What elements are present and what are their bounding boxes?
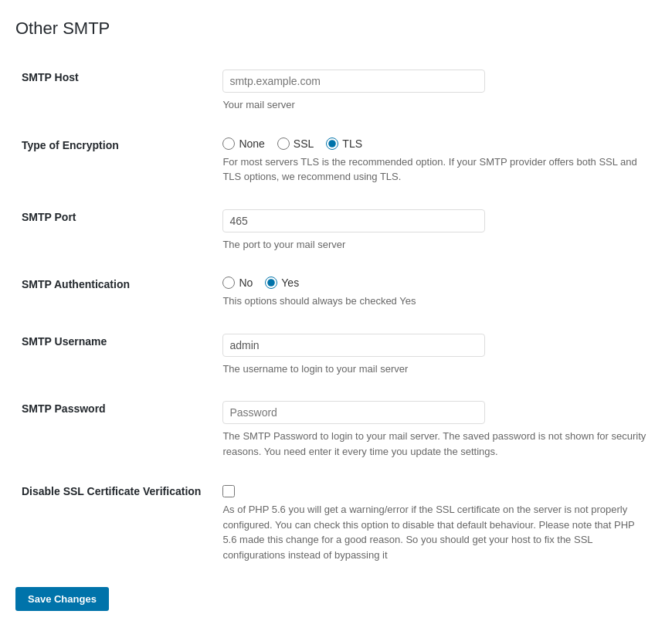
encryption-none-radio[interactable] xyxy=(222,137,235,150)
smtp-auth-no-option[interactable]: No xyxy=(222,277,253,289)
encryption-ssl-radio[interactable] xyxy=(277,137,290,150)
smtp-auth-description: This options should always be checked Ye… xyxy=(222,294,650,309)
encryption-tls-radio[interactable] xyxy=(326,137,338,150)
disable-ssl-checkbox[interactable] xyxy=(222,485,235,497)
encryption-ssl-option[interactable]: SSL xyxy=(277,137,314,150)
disable-ssl-row: Disable SSL Certificate Verification As … xyxy=(15,474,657,578)
settings-form: SMTP Host Your mail server Type of Encry… xyxy=(15,60,657,578)
smtp-password-input[interactable] xyxy=(222,401,485,424)
smtp-password-row: SMTP Password The SMTP Password to login… xyxy=(15,392,657,474)
smtp-auth-yes-label: Yes xyxy=(281,277,299,289)
smtp-username-row: SMTP Username The username to login to y… xyxy=(15,324,657,392)
smtp-host-description: Your mail server xyxy=(222,97,650,113)
smtp-port-input[interactable] xyxy=(222,209,485,232)
smtp-auth-radio-group: No Yes xyxy=(222,277,650,289)
smtp-username-field-cell: The username to login to your mail serve… xyxy=(207,324,657,392)
smtp-auth-no-label: No xyxy=(239,277,253,289)
disable-ssl-label: Disable SSL Certificate Verification xyxy=(15,474,207,578)
smtp-password-description: The SMTP Password to login to your mail … xyxy=(222,429,650,459)
smtp-auth-label: SMTP Authentication xyxy=(15,267,207,324)
smtp-username-description: The username to login to your mail serve… xyxy=(222,361,650,377)
smtp-auth-row: SMTP Authentication No Yes This options … xyxy=(15,267,657,324)
page-title: Other SMTP xyxy=(15,19,657,39)
disable-ssl-field-cell: As of PHP 5.6 you will get a warning/err… xyxy=(207,474,657,578)
smtp-password-field-cell: The SMTP Password to login to your mail … xyxy=(207,392,657,474)
smtp-port-label: SMTP Port xyxy=(15,200,207,268)
encryption-none-option[interactable]: None xyxy=(222,137,264,150)
encryption-field-cell: None SSL TLS For most servers TLS is the… xyxy=(207,128,657,200)
smtp-auth-yes-radio[interactable] xyxy=(265,277,277,289)
smtp-username-input[interactable] xyxy=(222,334,485,357)
disable-ssl-description: As of PHP 5.6 you will get a warning/err… xyxy=(222,502,650,562)
smtp-port-field-cell: The port to your mail server xyxy=(207,200,657,268)
encryption-tls-label: TLS xyxy=(342,137,362,150)
smtp-auth-field-cell: No Yes This options should always be che… xyxy=(207,267,657,324)
smtp-host-input[interactable] xyxy=(222,70,485,93)
encryption-radio-group: None SSL TLS xyxy=(222,137,650,150)
encryption-ssl-label: SSL xyxy=(294,137,314,150)
smtp-port-row: SMTP Port The port to your mail server xyxy=(15,200,657,268)
encryption-description: For most servers TLS is the recommended … xyxy=(222,154,650,185)
smtp-password-label: SMTP Password xyxy=(15,392,207,474)
smtp-auth-no-radio[interactable] xyxy=(222,277,235,289)
smtp-auth-yes-option[interactable]: Yes xyxy=(265,277,299,289)
smtp-host-field-cell: Your mail server xyxy=(207,60,657,128)
smtp-host-row: SMTP Host Your mail server xyxy=(15,60,657,128)
save-button[interactable]: Save Changes xyxy=(15,587,109,611)
encryption-row: Type of Encryption None SSL TLS xyxy=(15,128,657,200)
smtp-username-label: SMTP Username xyxy=(15,324,207,392)
encryption-label: Type of Encryption xyxy=(15,128,207,200)
encryption-none-label: None xyxy=(239,137,264,150)
encryption-tls-option[interactable]: TLS xyxy=(326,137,362,150)
disable-ssl-checkbox-group xyxy=(222,484,650,497)
smtp-port-description: The port to your mail server xyxy=(222,237,650,253)
smtp-host-label: SMTP Host xyxy=(15,60,207,128)
